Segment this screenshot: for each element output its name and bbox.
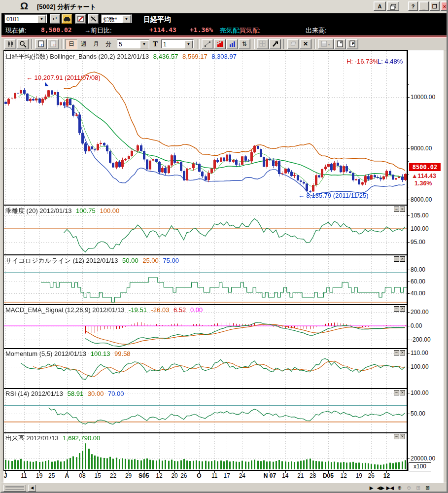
chevron-down-icon[interactable]: ▼ (37, 15, 46, 23)
indicator-value: 58.91 (68, 390, 84, 397)
price-change-value: ▲114.43 (412, 173, 436, 179)
x-tick-mark (52, 471, 52, 473)
panel-minimize-button[interactable]: − (394, 306, 399, 312)
axis-tick (407, 393, 410, 393)
zoom-mode-button[interactable] (17, 39, 29, 49)
eraser-button[interactable] (287, 39, 299, 49)
indicator-value: -19.51 (129, 306, 147, 314)
panel-close-button[interactable]: × (400, 207, 405, 212)
search-button[interactable] (62, 14, 72, 24)
enter-button[interactable]: ↵ (50, 14, 60, 24)
scroll-right-icon[interactable]: ▶ (367, 484, 376, 492)
panel-close-button[interactable]: × (400, 390, 405, 395)
x-tick-label: 19 (356, 472, 362, 479)
panel-border (3, 304, 407, 305)
axis-label: 95.00 (411, 239, 425, 246)
panel-close-button[interactable]: × (400, 306, 405, 312)
save-button[interactable]: ▼ (318, 39, 334, 49)
period-monthly-button[interactable]: 月 (90, 39, 102, 49)
help-button[interactable]: ? (408, 1, 418, 11)
bars-select[interactable]: 5▼ (117, 39, 149, 48)
close-button[interactable]: × (441, 1, 448, 11)
sort-button[interactable]: ⇅ (239, 39, 250, 49)
delete-x-icon: ✕ (303, 40, 308, 47)
axis-label: 100.00 (411, 363, 429, 370)
chevron-down-icon[interactable]: ▼ (140, 40, 148, 48)
x-tick-mark (24, 471, 25, 473)
axis-label: 10000.00 (411, 94, 435, 101)
x-tick-mark (301, 471, 301, 473)
register-page-button[interactable]: D (35, 39, 47, 49)
width-select[interactable]: 1▼ (161, 39, 194, 48)
panel-border (3, 348, 407, 349)
symbol-code-input[interactable]: 0101▼ (4, 14, 47, 23)
scrollbar-thumb[interactable] (3, 485, 26, 492)
panel-minimize-button[interactable]: − (394, 390, 399, 395)
maximize-button[interactable]: ❒ (430, 1, 440, 11)
close-window-icon[interactable]: ⊠ (423, 484, 432, 492)
panel-close-button[interactable]: × (400, 350, 405, 355)
period-daily-button[interactable]: 日 (66, 39, 77, 49)
candlestick-chart-button[interactable] (4, 39, 16, 49)
grid-layout-button[interactable] (257, 39, 269, 49)
updown-arrows-icon: ⇅ (242, 40, 247, 47)
axis-tick (407, 312, 410, 313)
indicator-red-button[interactable] (214, 39, 226, 49)
chevron-down-icon[interactable]: ▼ (122, 15, 131, 23)
chevron-down-icon[interactable]: ▼ (184, 40, 193, 48)
trendline-button[interactable] (202, 39, 213, 49)
scroll-left-button[interactable]: ◀ (28, 485, 36, 492)
histogram-red-icon (216, 40, 223, 47)
axis-tick (407, 326, 410, 326)
x-tick-mark (328, 471, 329, 473)
expand-horizontal-icon[interactable]: ◀▶ (377, 484, 385, 492)
panel-minimize-button[interactable]: − (394, 256, 399, 262)
panel-close-button[interactable]: × (400, 256, 405, 262)
x-tick-label: N 07 (264, 472, 276, 479)
panel-minimize-button[interactable]: − (394, 434, 399, 439)
new-page-button[interactable] (334, 39, 346, 49)
panel-border (3, 50, 407, 51)
category-select[interactable]: 指数*▼ (101, 14, 132, 23)
copy-window-button[interactable] (387, 1, 399, 11)
panel-minimize-button[interactable]: − (394, 350, 399, 355)
recall-page-button[interactable]: R (47, 39, 59, 49)
eraser-icon (290, 41, 297, 47)
histogram-blue-icon (229, 40, 236, 47)
windows-copy-icon (390, 4, 397, 10)
x-tick-mark (227, 471, 227, 473)
clear-draw-button[interactable] (88, 14, 99, 24)
period-minute-button[interactable]: 分 (103, 39, 114, 49)
x-tick-mark (98, 471, 98, 473)
font-size-button[interactable]: A (374, 1, 386, 11)
title-bar[interactable]: Ω [5002] 分析チャート A ? _ ❒ × (1, 0, 447, 13)
x-tick-label: 14 (282, 472, 288, 479)
x-tick-mark (386, 471, 387, 473)
panel-close-button[interactable]: × (400, 434, 405, 439)
svg-text:P: P (352, 41, 355, 46)
app-window: Ω [5002] 分析チャート A ? _ ❒ × 0101▼ ↵ 指数*▼ 日… (0, 0, 448, 493)
settings-button[interactable] (269, 39, 281, 49)
delete-button[interactable]: ✕ (300, 39, 311, 49)
axis-label: 100.00 (411, 225, 429, 232)
shrink-horizontal-icon[interactable]: ▶◀ (386, 484, 394, 492)
axis-label: 80.00 (411, 266, 425, 273)
print-button[interactable]: P (346, 39, 358, 49)
indicator-blue-button[interactable] (226, 39, 238, 49)
zoom-in-icon[interactable]: ⊕ (395, 484, 404, 492)
memo-button[interactable] (75, 14, 86, 24)
panel-title: RSI (14) 2012/01/13 (5, 390, 63, 397)
period-weekly-button[interactable]: 週 (78, 39, 90, 49)
axis-minor-tick (407, 110, 409, 110)
x-tick-mark (214, 471, 215, 473)
x-tick-mark (199, 471, 200, 473)
app-logo-icon: Ω (20, 0, 28, 12)
axis-tick (407, 367, 410, 367)
axis-label: 100.00 (411, 389, 429, 396)
panel-minimize-button[interactable]: − (394, 207, 399, 212)
minimize-button[interactable]: _ (419, 1, 429, 11)
chart-toolbar: D R 日 週 月 分 5▼ T 1▼ ⇅ (1, 37, 447, 50)
x-tick-label: 12 (340, 472, 346, 479)
divider (283, 39, 285, 49)
axis-label: 20000.00 (411, 455, 435, 462)
